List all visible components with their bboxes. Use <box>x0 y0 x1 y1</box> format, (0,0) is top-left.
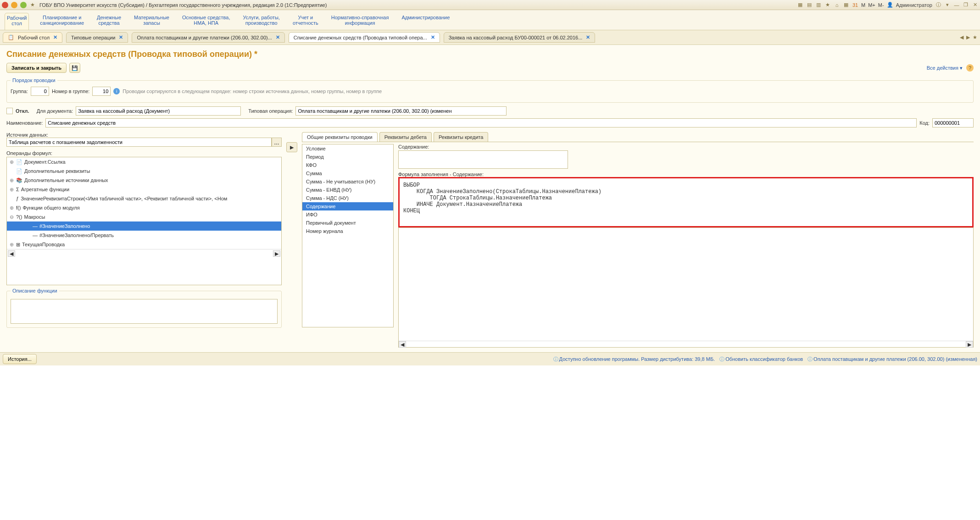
off-checkbox[interactable] <box>6 108 13 114</box>
tool-icon-2[interactable]: ▤ <box>806 2 813 8</box>
subtab-common[interactable]: Общие реквизиты проводки <box>302 132 378 142</box>
datasource-input[interactable] <box>6 138 272 147</box>
requisite-item[interactable]: Сумма - НДС (НУ) <box>302 194 393 202</box>
section-reference[interactable]: Нормативно-справочная информация <box>329 13 391 30</box>
nav-right-icon[interactable]: ▶ <box>966 34 970 40</box>
requisite-item[interactable]: Сумма <box>302 169 393 177</box>
tree-row[interactable]: ⊕ΣАгрегатные функции <box>7 185 281 194</box>
calendar-icon[interactable]: 31 <box>852 2 858 8</box>
tree-row[interactable]: 📄Дополнительные реквизиты <box>7 166 281 176</box>
expand-icon[interactable]: ⊕ <box>9 187 14 193</box>
save-close-button[interactable]: Записать и закрыть <box>6 63 67 73</box>
tree-row[interactable]: ⊕📚Дополнительные источники данных <box>7 176 281 185</box>
nav-left-icon[interactable]: ◀ <box>960 34 963 40</box>
group-input[interactable] <box>31 87 49 96</box>
tab-typical-ops[interactable]: Типовые операции ✕ <box>66 32 128 43</box>
tree-row[interactable]: ƒЗначениеРеквизитаСтроки(<Имя табличной … <box>7 194 281 203</box>
tool-icon-3[interactable]: ▥ <box>815 2 822 8</box>
name-input[interactable] <box>45 118 917 127</box>
min-icon[interactable]: — <box>953 2 960 8</box>
operands-tree[interactable]: ⊕📄Документ.Ссылка📄Дополнительные реквизи… <box>6 157 282 285</box>
tree-row[interactable]: —#ЗначениеЗаполнено/Прервать <box>7 231 281 240</box>
memory-m[interactable]: M <box>861 2 865 8</box>
tree-row[interactable]: ⊖?()Макросы <box>7 212 281 221</box>
status-update[interactable]: ⓘДоступно обновление программы. Размер д… <box>553 356 715 363</box>
close-window-icon[interactable] <box>2 2 8 8</box>
status-payments[interactable]: ⓘОплата поставщикам и другие платежи (20… <box>807 356 977 363</box>
tab-writeoff[interactable]: Списание денежных средств (Проводка типо… <box>289 32 440 43</box>
requisite-item[interactable]: КФО <box>302 161 393 169</box>
tab-close-icon[interactable]: ✕ <box>53 34 57 40</box>
expand-icon[interactable]: ⊕ <box>9 242 14 248</box>
all-actions-link[interactable]: Все действия ▾ <box>927 65 963 71</box>
calculator-icon[interactable]: ▦ <box>843 2 849 8</box>
requisite-item[interactable]: Сумма - ЕНВД (НУ) <box>302 186 393 194</box>
tab-close-icon[interactable]: ✕ <box>431 34 435 40</box>
requisite-item[interactable]: ИФО <box>302 210 393 219</box>
save-icon[interactable]: 💾 <box>69 63 80 73</box>
tree-row[interactable]: —#ЗначениеЗаполнено <box>7 221 281 231</box>
tab-close-icon[interactable]: ✕ <box>586 34 590 40</box>
section-admin[interactable]: Администрирование <box>400 13 451 30</box>
about-icon[interactable]: ⓘ <box>935 2 941 8</box>
formula-extra-area[interactable]: ◀ ▶ <box>398 227 974 348</box>
typ-input[interactable] <box>295 106 507 116</box>
tree-row[interactable]: ⊕📄Документ.Ссылка <box>7 157 281 166</box>
history-button[interactable]: История... <box>3 354 37 364</box>
requisite-item[interactable]: Содержание <box>302 202 393 210</box>
num-input[interactable] <box>92 87 111 96</box>
tab-close-icon[interactable]: ✕ <box>119 34 123 40</box>
formula-editor[interactable]: ВЫБОР КОГДА ЗначениеЗаполнено(СтрокаТабл… <box>398 177 974 227</box>
section-assets[interactable]: Основные средства, НМА, НПА <box>180 13 232 30</box>
tab-close-icon[interactable]: ✕ <box>276 34 280 40</box>
memory-mminus[interactable]: M- <box>878 2 884 8</box>
code-input[interactable] <box>932 118 974 127</box>
scroll-right-icon[interactable]: ▶ <box>966 341 973 348</box>
status-banks[interactable]: ⓘОбновить классификатор банков <box>719 356 803 363</box>
restore-icon[interactable]: ❐ <box>963 2 969 8</box>
tool-icon-1[interactable]: ▦ <box>797 2 803 8</box>
section-services[interactable]: Услуги, работы, производство <box>241 13 282 30</box>
tab-desktop[interactable]: 📋 Рабочий стол ✕ <box>3 32 62 43</box>
home-icon[interactable]: ⌂ <box>834 2 840 8</box>
tab-cashrequest[interactable]: Заявка на кассовый расход БУ00-000021 от… <box>444 32 596 43</box>
section-materials[interactable]: Материальные запасы <box>132 13 171 30</box>
expand-icon[interactable]: ⊕ <box>9 177 14 183</box>
scroll-left-icon[interactable]: ◀ <box>399 341 406 348</box>
subtab-debit[interactable]: Реквизиты дебета <box>379 132 432 142</box>
section-cash[interactable]: Денежные средства <box>95 13 123 30</box>
tree-row[interactable]: ⊕f()Функции общего модуля <box>7 203 281 212</box>
dropdown-icon[interactable]: ▾ <box>944 2 951 8</box>
section-accounting[interactable]: Учет и отчетность <box>291 13 320 30</box>
section-desktop[interactable]: Рабочий стол <box>5 13 29 30</box>
minimize-window-icon[interactable] <box>11 2 17 8</box>
doc-input[interactable] <box>76 106 241 116</box>
expand-icon[interactable]: ⊕ <box>9 159 14 165</box>
toolbar: Записать и закрыть 💾 Все действия ▾ ? <box>6 63 974 73</box>
star-icon[interactable]: ★ <box>29 2 36 8</box>
expand-icon[interactable]: ⊖ <box>9 214 14 220</box>
help-icon[interactable]: ? <box>966 64 974 72</box>
scroll-left-icon[interactable]: ◀ <box>8 250 15 257</box>
subtab-credit[interactable]: Реквизиты кредита <box>434 132 488 142</box>
requisite-list[interactable]: УсловиеПериодКФОСуммаСумма - Не учитывае… <box>302 144 394 327</box>
close-icon[interactable]: ✕ <box>972 2 978 8</box>
requisite-item[interactable]: Первичный документ <box>302 219 393 227</box>
favorites-icon[interactable]: ★ <box>824 2 831 8</box>
scroll-right-icon[interactable]: ▶ <box>273 250 280 257</box>
insert-arrow-button[interactable]: ▶ <box>286 142 297 152</box>
requisite-item[interactable]: Номер журнала <box>302 227 393 235</box>
user-label[interactable]: Администратор <box>896 2 932 8</box>
requisite-item[interactable]: Условие <box>302 144 393 153</box>
tree-row[interactable]: ⊕⊞ТекущаяПроводка <box>7 240 281 249</box>
section-planning[interactable]: Планирование и санкционирование <box>38 13 86 30</box>
datasource-choose-button[interactable]: ... <box>272 138 282 147</box>
content-input[interactable] <box>398 150 568 169</box>
star-right-icon[interactable]: ★ <box>973 34 977 40</box>
requisite-item[interactable]: Сумма - Не учитывается (НУ) <box>302 177 393 186</box>
memory-mplus[interactable]: M+ <box>868 2 875 8</box>
tab-payments[interactable]: Оплата поставщикам и другие платежи (206… <box>132 32 284 43</box>
requisite-item[interactable]: Период <box>302 153 393 161</box>
maximize-window-icon[interactable] <box>20 2 27 8</box>
expand-icon[interactable]: ⊕ <box>9 205 14 211</box>
